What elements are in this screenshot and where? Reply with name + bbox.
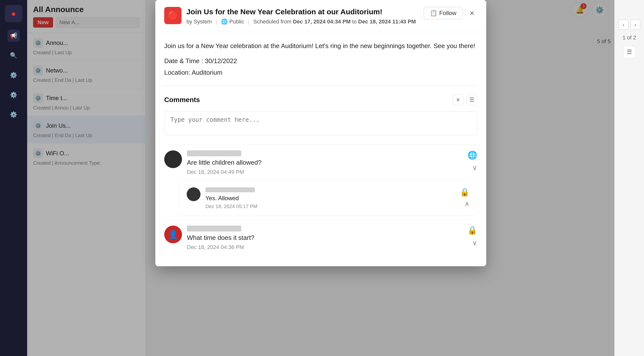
comment-collapse-button[interactable]: ∨ xyxy=(472,164,477,172)
comment-body: Are little children allowed? Dec 18, 202… xyxy=(187,150,462,175)
modal-logo: 🔴 xyxy=(164,7,182,24)
modal-header: 🔴 Join Us for the New Year Celebration a… xyxy=(155,0,486,32)
comment-avatar xyxy=(164,150,182,168)
sidebar-item-settings-3[interactable]: ⚙️ xyxy=(8,109,20,121)
modal-location: Location: Auditorium xyxy=(164,69,477,76)
follow-icon: 📋 xyxy=(430,10,437,16)
follow-button[interactable]: 📋 Follow xyxy=(424,7,462,19)
sidebar-item-settings-2[interactable]: ⚙️ xyxy=(8,89,20,101)
modal-visibility: 🌐 Public xyxy=(221,18,244,25)
comment-actions: 🔒 ∨ xyxy=(468,226,477,250)
comment-username-blurred xyxy=(187,226,241,231)
comment-body: What time does it start? Dec 18, 2024 04… xyxy=(187,226,462,250)
modal-body: Join us for a New Year celebration at th… xyxy=(155,32,486,266)
reply-text: Yes. Allowed xyxy=(206,195,455,202)
comments-header: Comments ≡ ☰ xyxy=(164,94,477,105)
comment-actions: 🌐 ∨ xyxy=(468,150,477,175)
modal-meta: by System | 🌐 Public | Scheduled from De… xyxy=(186,18,419,25)
close-button[interactable]: × xyxy=(466,8,477,18)
comment-item: 👤 What time does it start? Dec 18, 2024 … xyxy=(164,219,477,256)
reply-username-blurred xyxy=(206,187,255,192)
reply-actions: 🔒 ∧ xyxy=(460,187,470,209)
modal-divider xyxy=(164,85,477,86)
sidebar-item-settings-1[interactable]: ⚙️ xyxy=(8,69,20,81)
meta-separator-2: | xyxy=(248,18,250,25)
page-indicator: 1 of 2 xyxy=(622,34,636,41)
comment-globe-icon: 🌐 xyxy=(468,150,477,160)
comment-username-blurred xyxy=(187,150,241,156)
reply-block: Yes. Allowed Dec 18, 2024 05:17 PM 🔒 ∧ xyxy=(179,181,477,215)
modal-title: Join Us for the New Year Celebration at … xyxy=(186,7,419,16)
comment-expand-button[interactable]: ∨ xyxy=(472,239,477,247)
comment-timestamp: Dec 18, 2024 04:49 PM xyxy=(187,169,462,175)
modal-date-time: Date & Time : 30/12/2022 xyxy=(164,57,477,65)
reply-body: Yes. Allowed Dec 18, 2024 05:17 PM xyxy=(206,187,455,209)
modal-author: by System xyxy=(186,18,212,25)
modal-header-actions: 📋 Follow × xyxy=(424,7,477,19)
expanded-view-button[interactable]: ☰ xyxy=(466,94,477,105)
next-page-button[interactable]: › xyxy=(630,20,640,30)
comment-lock-icon: 🔒 xyxy=(468,226,477,235)
comment-text: Are little children allowed? xyxy=(187,159,462,167)
comment-view-buttons: ≡ ☰ xyxy=(453,94,477,105)
app-logo: ● xyxy=(5,5,22,22)
right-panel: ‹ › 1 of 2 ☰ xyxy=(614,0,644,356)
announcement-modal: 🔴 Join Us for the New Year Celebration a… xyxy=(155,0,486,266)
modal-title-block: Join Us for the New Year Celebration at … xyxy=(186,7,419,25)
comment-item: Are little children allowed? Dec 18, 202… xyxy=(164,144,477,181)
comment-timestamp: Dec 18, 2024 04:36 PM xyxy=(187,244,462,250)
meta-separator: | xyxy=(216,18,217,25)
modal-scheduled: Scheduled from Dec 17, 2024 04:34 PM to … xyxy=(253,18,416,25)
compact-view-button[interactable]: ≡ xyxy=(453,94,464,105)
comments-title: Comments xyxy=(164,96,200,104)
reply-lock-icon: 🔒 xyxy=(460,187,470,197)
reply-timestamp: Dec 18, 2024 05:17 PM xyxy=(206,204,455,209)
reply-avatar xyxy=(187,187,200,201)
sidebar-item-search[interactable]: 🔍 xyxy=(8,49,20,62)
prev-page-button[interactable]: ‹ xyxy=(618,20,628,30)
sidebar: ● 📢 🔍 ⚙️ ⚙️ ⚙️ xyxy=(0,0,27,356)
list-view-button[interactable]: ☰ xyxy=(623,46,636,58)
sidebar-item-announce[interactable]: 📢 xyxy=(8,30,20,42)
comment-avatar-red: 👤 xyxy=(164,226,182,243)
reply-collapse-button[interactable]: ∧ xyxy=(464,200,470,208)
modal-body-text: Join us for a New Year celebration at th… xyxy=(164,41,477,51)
comment-text: What time does it start? xyxy=(187,234,462,242)
comment-input[interactable] xyxy=(164,111,477,135)
globe-icon: 🌐 xyxy=(221,18,228,25)
modal-overlay: 🔴 Join Us for the New Year Celebration a… xyxy=(27,0,614,356)
